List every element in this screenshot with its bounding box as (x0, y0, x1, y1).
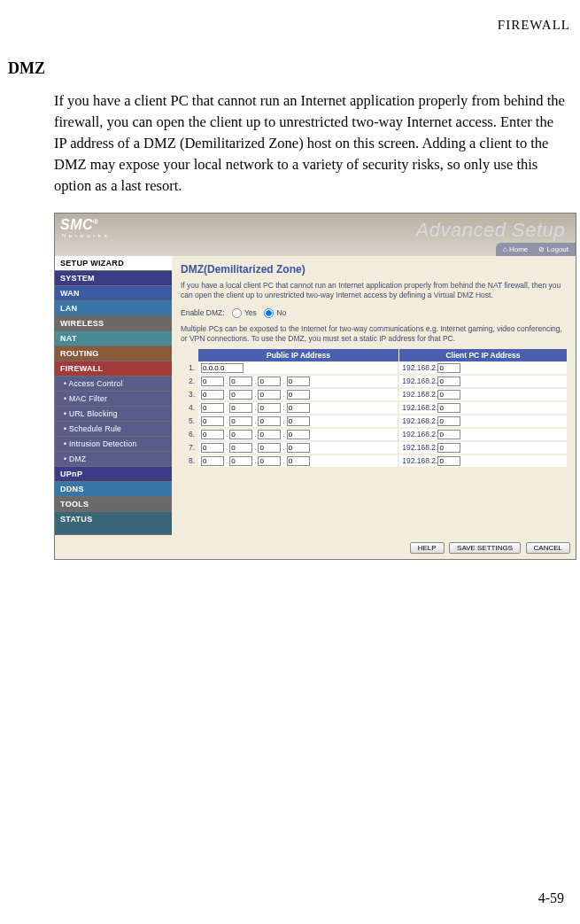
public-ip-octet[interactable] (201, 430, 224, 439)
public-ip-octet[interactable] (229, 430, 252, 439)
table-row: 1.192.168.2. (181, 361, 567, 375)
public-ip-octet[interactable] (229, 443, 252, 453)
nav-item-ddns[interactable]: DDNS (55, 482, 172, 497)
page-header-right: FIREWALL (4, 18, 570, 33)
public-ip-octet[interactable] (201, 443, 224, 453)
public-ip-octet[interactable] (258, 377, 281, 386)
table-row: 6....192.168.2. (181, 428, 567, 441)
public-ip-octet[interactable] (229, 403, 252, 413)
client-ip-field[interactable] (437, 377, 460, 386)
table-row: 5....192.168.2. (181, 415, 567, 428)
th-client-ip: Client PC IP Address (399, 349, 567, 361)
logout-link[interactable]: ⊘ Logout (538, 245, 568, 253)
logo-subtext: N e t w o r k s (62, 233, 108, 238)
table-row: 2....192.168.2. (181, 375, 567, 388)
dmz-table: Public IP Address Client PC IP Address 1… (181, 349, 567, 468)
nav-item-status[interactable]: STATUS (55, 512, 172, 535)
public-ip-octet[interactable] (287, 443, 310, 453)
public-ip-octet[interactable] (201, 377, 224, 386)
public-ip-field[interactable] (201, 363, 244, 373)
public-ip-octet[interactable] (229, 456, 252, 466)
public-ip-octet[interactable] (287, 430, 310, 439)
enable-yes-radio[interactable] (232, 308, 242, 318)
public-ip-octet[interactable] (258, 430, 281, 439)
nav-sub-mac-filter[interactable]: • MAC Filter (55, 392, 172, 407)
public-ip-octet[interactable] (258, 403, 281, 413)
section-body: If you have a client PC that cannot run … (54, 90, 567, 197)
client-ip-field[interactable] (437, 430, 460, 439)
banner: SMC® N e t w o r k s Advanced Setup ⌂ Ho… (55, 214, 576, 256)
banner-links: ⌂ Home ⊘ Logout (496, 243, 576, 256)
nav-sub-dmz[interactable]: • DMZ (55, 452, 172, 467)
nav-sub-access-control[interactable]: • Access Control (55, 377, 172, 392)
router-screenshot: SMC® N e t w o r k s Advanced Setup ⌂ Ho… (54, 213, 576, 560)
th-public-ip: Public IP Address (198, 349, 399, 361)
client-ip-field[interactable] (437, 456, 460, 466)
public-ip-octet[interactable] (229, 390, 252, 400)
public-ip-octet[interactable] (258, 456, 281, 466)
nav-item-wan[interactable]: WAN (55, 286, 172, 301)
public-ip-octet[interactable] (258, 390, 281, 400)
client-ip-field[interactable] (437, 416, 460, 426)
public-ip-octet[interactable] (201, 456, 224, 466)
public-ip-octet[interactable] (201, 403, 224, 413)
public-ip-octet[interactable] (287, 456, 310, 466)
nav-item-tools[interactable]: TOOLS (55, 497, 172, 512)
side-nav: SETUP WIZARD SYSTEMWANLANWIRELESSNATROUT… (55, 256, 172, 535)
public-ip-octet[interactable] (287, 390, 310, 400)
table-row: 3....192.168.2. (181, 388, 567, 401)
nav-item-firewall[interactable]: FIREWALL (55, 361, 172, 377)
banner-title: Advanced Setup (416, 219, 565, 242)
content-heading: DMZ(Demilitarized Zone) (181, 263, 567, 276)
nav-item-routing[interactable]: ROUTING (55, 346, 172, 361)
nav-item-lan[interactable]: LAN (55, 301, 172, 316)
content-desc2: Multiple PCs can be exposed to the Inter… (181, 324, 567, 344)
table-row: 4....192.168.2. (181, 401, 567, 415)
public-ip-octet[interactable] (201, 416, 224, 426)
client-ip-field[interactable] (437, 390, 460, 400)
public-ip-octet[interactable] (229, 416, 252, 426)
enable-dmz-row: Enable DMZ: Yes No (181, 307, 567, 319)
nav-item-system[interactable]: SYSTEM (55, 271, 172, 286)
nav-sub-intrusion-detection[interactable]: • Intrusion Detection (55, 437, 172, 452)
public-ip-octet[interactable] (258, 416, 281, 426)
table-row: 8....192.168.2. (181, 454, 567, 468)
public-ip-octet[interactable] (287, 377, 310, 386)
page-number: 4-59 (538, 890, 564, 906)
table-row: 7....192.168.2. (181, 441, 567, 454)
enable-no-radio[interactable] (264, 308, 274, 318)
public-ip-octet[interactable] (201, 390, 224, 400)
client-ip-field[interactable] (437, 363, 460, 373)
public-ip-octet[interactable] (258, 443, 281, 453)
logo: SMC® (60, 217, 98, 233)
content-area: DMZ(Demilitarized Zone) If you have a lo… (172, 256, 576, 535)
home-link[interactable]: ⌂ Home (503, 245, 528, 253)
public-ip-octet[interactable] (287, 416, 310, 426)
content-desc1: If you have a local client PC that canno… (181, 281, 567, 300)
nav-sub-schedule-rule[interactable]: • Schedule Rule (55, 422, 172, 437)
nav-item-nat[interactable]: NAT (55, 331, 172, 346)
help-button[interactable]: HELP (410, 542, 445, 554)
public-ip-octet[interactable] (287, 403, 310, 413)
client-ip-field[interactable] (437, 403, 460, 413)
public-ip-octet[interactable] (229, 377, 252, 386)
client-ip-field[interactable] (437, 443, 460, 453)
nav-item-upnp[interactable]: UPnP (55, 467, 172, 482)
save-settings-button[interactable]: SAVE SETTINGS (449, 542, 521, 554)
nav-sub-url-blocking[interactable]: • URL Blocking (55, 407, 172, 422)
section-title: DMZ (8, 59, 576, 78)
nav-setup-wizard[interactable]: SETUP WIZARD (55, 256, 172, 271)
cancel-button[interactable]: CANCEL (526, 542, 570, 554)
nav-item-wireless[interactable]: WIRELESS (55, 316, 172, 331)
